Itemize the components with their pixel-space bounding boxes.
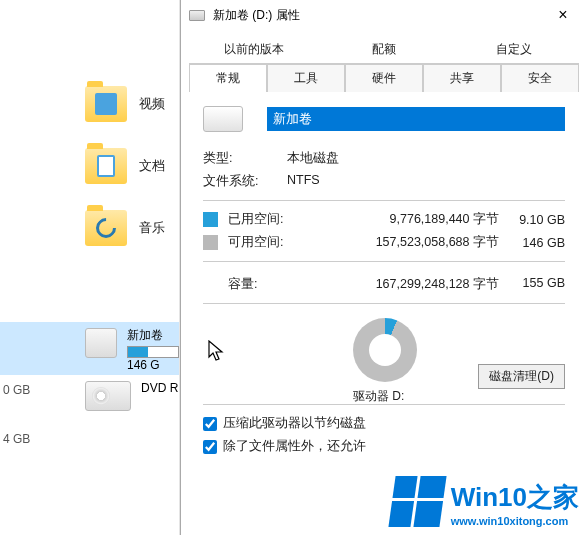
tab-previous-versions[interactable]: 以前的版本 xyxy=(189,36,319,63)
compress-checkbox[interactable] xyxy=(203,417,217,431)
free-label: 可用空间: xyxy=(228,234,306,251)
tab-security[interactable]: 安全 xyxy=(501,64,579,92)
index-label: 除了文件属性外，还允许 xyxy=(223,438,366,455)
titlebar: 新加卷 (D:) 属性 × xyxy=(181,0,587,30)
library-item-music[interactable]: 音乐 xyxy=(0,204,179,252)
tab-customize[interactable]: 自定义 xyxy=(449,36,579,63)
library-item-documents[interactable]: 文档 xyxy=(0,142,179,190)
folder-icon xyxy=(85,148,127,184)
side-size: 0 GB xyxy=(0,383,30,397)
divider xyxy=(203,303,565,304)
tab-content: 类型: 本地磁盘 文件系统: NTFS 已用空间: 9,776,189,440 … xyxy=(181,92,587,475)
type-label: 类型: xyxy=(203,150,287,167)
compress-checkbox-row[interactable]: 压缩此驱动器以节约磁盘 xyxy=(203,415,565,432)
library-label: 视频 xyxy=(139,95,165,113)
folder-icon xyxy=(85,210,127,246)
folder-icon xyxy=(85,86,127,122)
tab-tools[interactable]: 工具 xyxy=(267,64,345,92)
divider xyxy=(203,200,565,201)
hdd-icon xyxy=(85,328,117,358)
close-button[interactable]: × xyxy=(543,1,583,29)
free-gb: 146 GB xyxy=(509,236,565,250)
capacity-label: 容量: xyxy=(203,276,305,293)
index-checkbox-row[interactable]: 除了文件属性外，还允许 xyxy=(203,438,565,455)
tab-hardware[interactable]: 硬件 xyxy=(345,64,423,92)
filesystem-label: 文件系统: xyxy=(203,173,287,190)
hdd-icon xyxy=(203,106,243,132)
library-label: 文档 xyxy=(139,157,165,175)
free-bytes: 157,523,058,688 字节 xyxy=(306,234,509,251)
used-bytes: 9,776,189,440 字节 xyxy=(306,211,509,228)
capacity-gb: 155 GB xyxy=(509,276,565,293)
library-label: 音乐 xyxy=(139,219,165,237)
compress-label: 压缩此驱动器以节约磁盘 xyxy=(223,415,366,432)
usage-bar xyxy=(127,346,179,358)
index-checkbox[interactable] xyxy=(203,440,217,454)
divider xyxy=(203,261,565,262)
tab-quota[interactable]: 配额 xyxy=(319,36,449,63)
explorer-pane: 视频 文档 音乐 新加卷 146 G DVD R 0 GB 4 GB xyxy=(0,0,180,535)
properties-dialog: 新加卷 (D:) 属性 × 以前的版本 配额 自定义 常规 工具 硬件 共享 安… xyxy=(180,0,587,535)
tab-row-secondary: 以前的版本 配额 自定义 xyxy=(189,36,579,64)
tab-row-primary: 常规 工具 硬件 共享 安全 xyxy=(189,64,579,92)
drive-label: DVD R xyxy=(141,381,178,411)
drive-item-d[interactable]: 新加卷 146 G xyxy=(0,322,179,375)
used-swatch-icon xyxy=(203,212,218,227)
drive-label: 新加卷 xyxy=(127,328,179,344)
window-title: 新加卷 (D:) 属性 xyxy=(213,7,543,24)
hdd-icon xyxy=(189,10,205,21)
library-item-videos[interactable]: 视频 xyxy=(0,80,179,128)
side-size: 4 GB xyxy=(0,432,30,446)
used-gb: 9.10 GB xyxy=(509,213,565,227)
capacity-bytes: 167,299,248,128 字节 xyxy=(305,276,509,293)
tab-sharing[interactable]: 共享 xyxy=(423,64,501,92)
free-swatch-icon xyxy=(203,235,218,250)
usage-chart: 驱动器 D: 磁盘清理(D) xyxy=(203,314,565,394)
type-value: 本地磁盘 xyxy=(287,150,339,167)
volume-name-input[interactable] xyxy=(267,107,565,131)
drive-info: 新加卷 146 G xyxy=(127,328,179,373)
dvd-icon xyxy=(85,381,131,411)
tab-general[interactable]: 常规 xyxy=(189,64,267,92)
filesystem-value: NTFS xyxy=(287,173,320,190)
disk-cleanup-button[interactable]: 磁盘清理(D) xyxy=(478,364,565,389)
donut-icon xyxy=(353,318,417,382)
drive-letter-label: 驱动器 D: xyxy=(353,388,404,405)
drive-sub: 146 G xyxy=(127,358,179,374)
used-label: 已用空间: xyxy=(228,211,306,228)
